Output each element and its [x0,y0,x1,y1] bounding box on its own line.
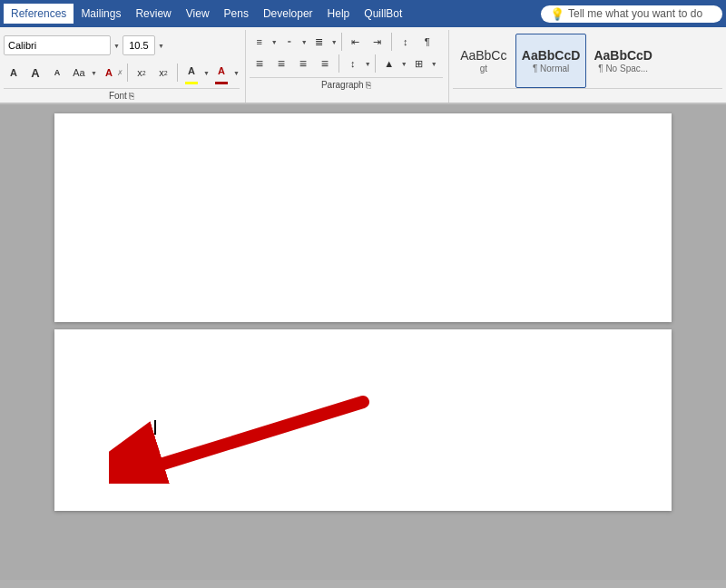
menu-item-mailings[interactable]: Mailings [74,4,128,24]
paragraph-group: ≡ ▼ ⁃ ▼ ≣ ▼ ⇤ ⇥ ↕ ¶ ≡ ≡ ≡ ≡ ↕ ▼ [250,30,449,103]
bold-button[interactable]: A [4,63,24,83]
font-size-dropdown-icon[interactable]: ▼ [158,43,164,49]
menu-item-references[interactable]: References [4,4,74,24]
para-row1: ≡ ▼ ⁃ ▼ ≣ ▼ ⇤ ⇥ ↕ ¶ [250,30,443,52]
sort-button[interactable]: ↕ [396,32,416,52]
font-row2: A A A Aa ▼ A ✗ x2 x2 A ▼ A [4,61,240,84]
bullets-button[interactable]: ≡ [250,32,270,52]
svg-line-1 [163,402,363,464]
style-label-gt: gt [480,64,487,74]
borders-button[interactable]: ⊞ [409,54,429,74]
decrease-font-button[interactable]: A [47,63,67,83]
style-preview-normal: AaBbCcD [522,49,581,62]
increase-font-button[interactable]: A [25,63,45,83]
menu-item-help[interactable]: Help [320,4,358,24]
align-left-button[interactable]: ≡ [250,54,270,74]
clear-formatting-button[interactable]: A [99,63,119,83]
paragraph-section-label: Paragraph ⎘ [250,77,443,92]
tell-me-text: Tell me what you want to do [568,7,702,20]
style-item-gt[interactable]: AaBbCc gt [453,34,515,88]
fontcolor-dropdown[interactable]: ▼ [233,70,240,76]
borders-dropdown[interactable]: ▼ [431,61,437,67]
menu-item-quillbot[interactable]: QuillBot [357,4,409,24]
style-label-nospacing: ¶ No Spac... [598,64,648,74]
increase-indent-button[interactable]: ⇥ [368,32,388,52]
page-1 [54,113,672,322]
menu-item-review[interactable]: Review [128,4,178,24]
ribbon: ▼ ▼ A A A Aa ▼ A ✗ x2 x2 A [0,27,726,104]
font-expand-icon[interactable]: ⎘ [129,91,134,101]
line-spacing-button[interactable]: ↕ [343,54,363,74]
shading-dropdown[interactable]: ▼ [401,61,407,67]
paragraph-expand-icon[interactable]: ⎘ [366,80,371,90]
styles-group: AaBbCc gt AaBbCcD ¶ Normal AaBbCcD ¶ No … [453,30,722,103]
font-name-dropdown-icon[interactable]: ▼ [113,43,120,49]
font-case-dropdown[interactable]: ▼ [91,70,97,76]
decrease-indent-button[interactable]: ⇤ [346,32,366,52]
numbering-dropdown[interactable]: ▼ [301,39,308,45]
linespacing-dropdown[interactable]: ▼ [365,61,371,67]
shading-button[interactable]: ▲ [379,54,399,74]
font-case-button[interactable]: Aa [69,63,89,83]
arrow-annotation [109,384,372,484]
text-cursor [154,420,156,435]
style-preview-nospacing: AaBbCcD [594,49,652,62]
highlight-dropdown[interactable]: ▼ [203,70,210,76]
show-marks-button[interactable]: ¶ [417,32,437,52]
text-highlight-btn[interactable]: A [182,61,201,84]
style-item-nospacing[interactable]: AaBbCcD ¶ No Spac... [587,34,659,88]
menu-bar: References Mailings Review View Pens Dev… [0,0,726,27]
arrow-svg [109,384,372,484]
superscript-button[interactable]: x2 [153,63,173,83]
menu-item-view[interactable]: View [179,4,217,24]
font-size-input[interactable] [123,35,155,55]
font-row1: ▼ ▼ [4,30,240,59]
para-row2: ≡ ≡ ≡ ≡ ↕ ▼ ▲ ▼ ⊞ ▼ [250,54,443,74]
styles-gallery: AaBbCc gt AaBbCcD ¶ Normal AaBbCcD ¶ No … [453,30,722,88]
style-label-normal: ¶ Normal [533,64,569,74]
styles-section-label [453,88,722,103]
page-2[interactable] [54,329,672,511]
font-group: ▼ ▼ A A A Aa ▼ A ✗ x2 x2 A [4,30,246,103]
menu-item-developer[interactable]: Developer [256,4,320,24]
lightbulb-icon: 💡 [550,7,564,21]
align-center-button[interactable]: ≡ [271,54,291,74]
justify-button[interactable]: ≡ [315,54,335,74]
font-name-input[interactable] [4,35,111,55]
numbering-button[interactable]: ⁃ [280,32,299,52]
multilevel-button[interactable]: ≣ [309,32,329,52]
tell-me-search[interactable]: 💡 Tell me what you want to do [541,5,722,23]
clear-fmt-icon: ✗ [117,69,123,77]
menu-item-pens[interactable]: Pens [217,4,256,24]
style-preview-gt: AaBbCc [460,49,506,62]
bullets-dropdown[interactable]: ▼ [271,39,278,45]
document-area [0,104,726,580]
font-color-btn[interactable]: A [211,61,231,84]
font-section-label: Font ⎘ [4,88,240,103]
align-right-button[interactable]: ≡ [293,54,313,74]
subscript-button[interactable]: x2 [132,63,152,83]
multilevel-dropdown[interactable]: ▼ [331,39,338,45]
style-item-normal[interactable]: AaBbCcD ¶ Normal [515,34,587,88]
